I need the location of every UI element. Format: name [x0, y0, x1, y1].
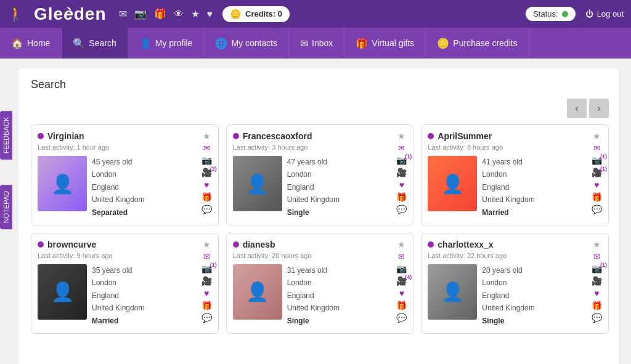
message-icon-charlottexx[interactable]: ✉	[593, 252, 600, 261]
video-icon-aprilsummer[interactable]: 🎥(1)	[592, 168, 602, 177]
username-francescaoxford[interactable]: Francescaoxford	[243, 131, 312, 141]
age-virginian: 45 years old	[92, 156, 212, 168]
nav-home[interactable]: 🏠 Home	[0, 28, 62, 59]
card-header: AprilSummer	[428, 131, 602, 141]
city-virginian: London	[92, 168, 212, 180]
message-icon[interactable]: ✉	[119, 8, 127, 20]
gift-action-icon-dianesb[interactable]: 🎁	[396, 301, 407, 310]
video-icon-virginian[interactable]: 🎥(2)	[202, 168, 212, 177]
camera-icon[interactable]: 📷	[134, 8, 147, 20]
nav-inbox[interactable]: ✉ Inbox	[289, 28, 344, 59]
star-icon[interactable]: ★	[191, 8, 200, 20]
card-body: 👤 41 years old London England United Kin…	[428, 156, 602, 219]
heart-action-icon-virginian[interactable]: ♥	[204, 180, 209, 190]
next-page-button[interactable]: ›	[589, 99, 609, 118]
favorite-icon-browncurve[interactable]: ★	[203, 240, 211, 249]
chat-icon-browncurve[interactable]: 💬	[202, 313, 212, 323]
last-activity-charlottexx: Last activity: 22 hours ago	[428, 252, 602, 259]
prev-page-button[interactable]: ‹	[567, 99, 587, 118]
photo-placeholder-icon: 👤	[246, 173, 269, 195]
gift-action-icon-browncurve[interactable]: 🎁	[202, 301, 212, 310]
profile-photo-virginian[interactable]: 👤	[38, 156, 87, 211]
photo-icon-virginian[interactable]: 📷	[202, 155, 212, 165]
video-icon-browncurve[interactable]: 🎥	[202, 276, 212, 286]
video-icon-francescaoxford[interactable]: 🎥	[396, 168, 407, 177]
heart-action-icon-dianesb[interactable]: ♥	[399, 288, 404, 298]
gift-action-icon-aprilsummer[interactable]: 🎁	[592, 192, 602, 202]
photo-icon-charlottexx[interactable]: 📷(1)	[592, 264, 602, 273]
video-icon-charlottexx[interactable]: 🎥	[592, 276, 602, 286]
profile-card-virginian: Virginian Last activity: 1 hour ago 👤 45…	[31, 124, 219, 225]
gift-action-icon-francescaoxford[interactable]: 🎁	[396, 192, 407, 202]
card-header: charlottexx_x	[428, 240, 602, 249]
username-charlottexx[interactable]: charlottexx_x	[438, 240, 493, 249]
message-icon-francescaoxford[interactable]: ✉	[398, 144, 405, 153]
credits-badge[interactable]: 🪙 Credits: 0	[222, 6, 290, 22]
card-actions-browncurve: ★ ✉ 📷(1) 🎥 ♥ 🎁 💬	[202, 240, 212, 323]
heart-icon[interactable]: ♥	[207, 9, 213, 20]
profile-info-browncurve: 35 years old London England United Kingd…	[92, 264, 212, 327]
feedback-tab[interactable]: FEEDBACK	[0, 111, 12, 160]
gift-icon[interactable]: 🎁	[154, 8, 166, 20]
nav-my-profile[interactable]: 👤 My profile	[128, 28, 205, 59]
chat-icon-virginian[interactable]: 💬	[202, 204, 212, 214]
credits-icon: 🪙	[230, 9, 242, 20]
chat-icon-charlottexx[interactable]: 💬	[592, 313, 602, 323]
profile-photo-dianesb[interactable]: 👤	[233, 264, 282, 320]
message-icon-virginian[interactable]: ✉	[203, 144, 210, 153]
profile-photo-aprilsummer[interactable]: 👤	[428, 156, 477, 211]
nav-search[interactable]: 🔍 Search	[62, 28, 128, 59]
gift-action-icon-virginian[interactable]: 🎁	[202, 192, 212, 202]
favorite-icon-francescaoxford[interactable]: ★	[397, 131, 405, 141]
gift-action-icon-charlottexx[interactable]: 🎁	[592, 301, 602, 310]
country-francescaoxford: United Kingdom	[287, 193, 407, 206]
username-virginian[interactable]: Virginian	[47, 131, 84, 141]
card-actions-aprilsummer: ★ ✉ 📷(1) 🎥(1) ♥ 🎁 💬	[592, 131, 602, 214]
video-icon-dianesb[interactable]: 🎥(4)	[396, 276, 407, 286]
profile-photo-francescaoxford[interactable]: 👤	[233, 156, 282, 211]
favorite-icon-aprilsummer[interactable]: ★	[593, 131, 601, 141]
contacts-icon: 🌐	[215, 38, 227, 49]
city-charlottexx: London	[482, 277, 602, 289]
heart-action-icon-aprilsummer[interactable]: ♥	[594, 180, 599, 190]
last-activity-dianesb: Last activity: 20 hours ago	[233, 252, 407, 259]
photo-placeholder-icon: 👤	[51, 173, 74, 195]
chat-icon-francescaoxford[interactable]: 💬	[396, 204, 407, 214]
profile-photo-charlottexx[interactable]: 👤	[428, 264, 477, 320]
chat-icon-aprilsummer[interactable]: 💬	[592, 204, 602, 214]
message-icon-aprilsummer[interactable]: ✉	[593, 144, 600, 153]
logout-button[interactable]: ⏻ Log out	[585, 9, 624, 18]
profile-card-browncurve: browncurve Last activity: 9 hours ago 👤 …	[31, 233, 219, 334]
region-dianesb: England	[287, 289, 407, 302]
card-header: Francescaoxford	[233, 131, 407, 141]
photo-icon-francescaoxford[interactable]: 📷(1)	[396, 155, 407, 165]
photo-count-francescaoxford: (1)	[405, 153, 412, 160]
nav-purchase-credits[interactable]: 🪙 Purchase credits	[426, 28, 529, 59]
heart-action-icon-charlottexx[interactable]: ♥	[594, 288, 599, 298]
heart-action-icon-browncurve[interactable]: ♥	[204, 288, 209, 298]
nav-virtual-gifts[interactable]: 🎁 Virtual gifts	[344, 28, 426, 59]
username-aprilsummer[interactable]: AprilSummer	[438, 131, 492, 141]
chat-icon-dianesb[interactable]: 💬	[396, 313, 407, 323]
favorite-icon-charlottexx[interactable]: ★	[593, 240, 601, 249]
nav-my-contacts[interactable]: 🌐 My contacts	[204, 28, 289, 59]
favorite-icon-virginian[interactable]: ★	[203, 131, 211, 141]
search-icon: 🔍	[73, 38, 85, 49]
profile-photo-browncurve[interactable]: 👤	[38, 264, 87, 320]
eye-icon[interactable]: 👁	[174, 9, 184, 20]
photo-count-charlottexx: (1)	[600, 262, 607, 268]
card-body: 👤 20 years old London England United Kin…	[428, 264, 602, 327]
photo-icon-dianesb[interactable]: 📷	[396, 264, 407, 273]
message-icon-dianesb[interactable]: ✉	[398, 252, 405, 261]
heart-action-icon-francescaoxford[interactable]: ♥	[399, 180, 404, 190]
last-activity-browncurve: Last activity: 9 hours ago	[38, 252, 212, 259]
username-browncurve[interactable]: browncurve	[47, 240, 96, 249]
message-icon-browncurve[interactable]: ✉	[203, 252, 210, 261]
favorite-icon-dianesb[interactable]: ★	[397, 240, 405, 249]
notepad-tab[interactable]: NOTEPAD	[0, 185, 12, 229]
region-francescaoxford: England	[287, 181, 407, 193]
nav-search-label: Search	[89, 38, 116, 48]
photo-icon-browncurve[interactable]: 📷(1)	[202, 264, 212, 273]
photo-icon-aprilsummer[interactable]: 📷(1)	[592, 155, 602, 165]
username-dianesb[interactable]: dianesb	[243, 240, 275, 249]
